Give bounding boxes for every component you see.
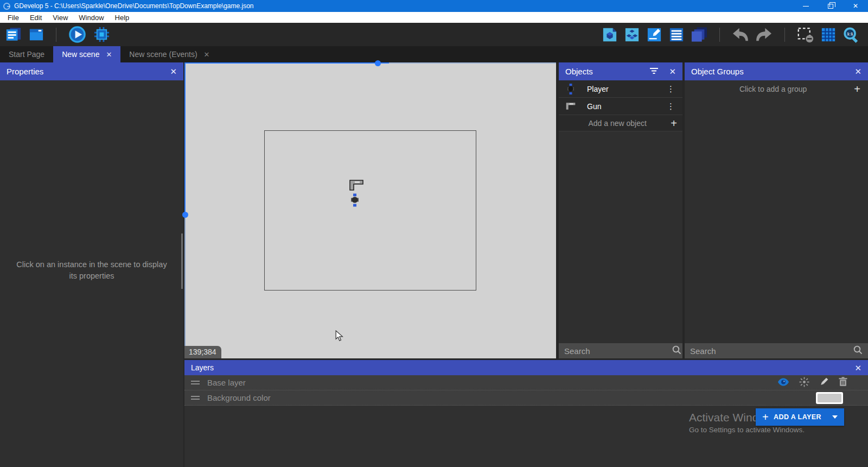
toolbar-left-group	[5, 26, 110, 43]
plus-icon: +	[762, 411, 769, 424]
restore-button[interactable]	[818, 0, 843, 12]
open-objects-editor-icon[interactable]	[602, 27, 617, 42]
scene-selection-border-left	[184, 62, 186, 218]
search-icon	[853, 345, 863, 357]
drag-handle-icon[interactable]	[191, 379, 200, 386]
properties-panel: Properties ✕ Click on an instance in the…	[0, 62, 183, 467]
minimize-button[interactable]	[793, 0, 818, 12]
menu-bar: File Edit View Window Help	[0, 12, 868, 23]
close-icon: ✕	[853, 2, 858, 10]
minimize-icon	[803, 6, 809, 7]
tab-close-icon[interactable]: ✕	[106, 51, 112, 59]
menu-view[interactable]: View	[47, 12, 73, 23]
tab-label: New scene	[62, 50, 99, 59]
grid-icon[interactable]	[821, 27, 836, 42]
menu-window[interactable]: Window	[73, 12, 109, 23]
cursor-coordinates-badge: 139;384	[184, 346, 221, 358]
window-title: GDevelop 5 - C:\Users\Sparkle\OneDrive\D…	[14, 2, 254, 10]
properties-empty-message: Click on an instance in the scene to dis…	[0, 259, 183, 282]
scene-border-top-muted	[389, 62, 556, 64]
delete-layer-trash-icon[interactable]	[839, 377, 847, 388]
object-groups-panel-title: Object Groups	[691, 67, 744, 76]
objects-panel: Objects ✕ Player ⋮ Gun ⋮ Add a new objec…	[559, 62, 682, 358]
scene-border-left-muted	[184, 218, 186, 358]
visibility-eye-icon[interactable]	[777, 378, 789, 388]
close-icon[interactable]: ✕	[669, 67, 676, 75]
objects-search-input[interactable]	[564, 346, 672, 356]
tab-new-scene[interactable]: New scene ✕	[53, 46, 120, 62]
objects-panel-title: Objects	[565, 67, 593, 76]
chevron-down-icon[interactable]	[832, 415, 838, 419]
object-groups-panel-header: Object Groups ✕	[685, 62, 868, 80]
open-layers-icon[interactable]	[691, 27, 707, 42]
close-icon[interactable]: ✕	[854, 67, 861, 75]
open-properties-icon[interactable]	[647, 27, 662, 42]
layer-effects-icon[interactable]	[799, 377, 809, 389]
close-icon[interactable]: ✕	[170, 67, 177, 75]
add-layer-label: ADD A LAYER	[774, 413, 821, 421]
debug-icon[interactable]	[93, 26, 110, 43]
properties-panel-title: Properties	[7, 67, 43, 76]
add-group-button[interactable]: Click to add a group +	[685, 80, 868, 98]
gun-instance[interactable]	[349, 180, 363, 193]
properties-scrollbar-thumb[interactable]	[181, 234, 183, 289]
clear-selection-icon[interactable]	[797, 27, 814, 43]
toolbar-right-group: 1:1	[602, 27, 863, 43]
project-manager-icon[interactable]	[5, 27, 22, 42]
tab-label: New scene (Events)	[129, 50, 197, 59]
drag-handle-icon[interactable]	[191, 394, 200, 401]
game-window-rect	[264, 130, 476, 291]
layer-name: Base layer	[207, 378, 246, 387]
objects-search-bar	[559, 343, 682, 358]
object-menu-icon[interactable]: ⋮	[665, 102, 677, 111]
objects-panel-header: Objects ✕	[559, 62, 682, 80]
tab-new-scene-events[interactable]: New scene (Events) ✕	[120, 46, 218, 62]
plus-icon: +	[854, 84, 860, 94]
object-row-player[interactable]: Player ⋮	[559, 80, 682, 98]
object-name: Player	[587, 85, 609, 93]
tab-close-icon[interactable]: ✕	[204, 51, 210, 59]
window-controls: ✕	[793, 0, 868, 12]
object-menu-icon[interactable]: ⋮	[665, 84, 677, 94]
zoom-original-icon[interactable]: 1:1	[843, 27, 859, 43]
add-new-object-button[interactable]: Add a new object +	[559, 115, 682, 131]
add-layer-button[interactable]: + ADD A LAYER	[756, 408, 844, 426]
layer-row-background-color[interactable]: Background color	[184, 390, 868, 406]
redo-icon[interactable]	[756, 27, 773, 42]
background-color-swatch[interactable]	[816, 392, 843, 404]
layers-panel: Layers ✕ Base layer	[184, 360, 868, 467]
tab-start-page[interactable]: Start Page	[0, 46, 53, 62]
resize-handle-top[interactable]	[375, 60, 381, 66]
properties-panel-header: Properties ✕	[0, 62, 183, 80]
open-object-groups-icon[interactable]	[624, 27, 640, 42]
undo-icon[interactable]	[732, 27, 749, 42]
restore-icon	[828, 4, 833, 9]
layer-row-base[interactable]: Base layer	[184, 375, 868, 390]
tab-label: Start Page	[9, 50, 44, 59]
scene-selection-border-top	[184, 62, 389, 64]
menu-help[interactable]: Help	[110, 12, 135, 23]
mouse-cursor	[335, 330, 343, 344]
resize-handle-left[interactable]	[182, 212, 188, 218]
editor-tab-bar: Start Page New scene ✕ New scene (Events…	[0, 46, 868, 62]
open-instances-list-icon[interactable]	[669, 27, 684, 42]
layers-panel-title: Layers	[191, 363, 214, 372]
add-group-label: Click to add a group	[692, 85, 854, 93]
filter-icon[interactable]	[650, 67, 658, 76]
menu-edit[interactable]: Edit	[24, 12, 47, 23]
search-icon	[672, 345, 681, 357]
groups-search-input[interactable]	[690, 346, 853, 356]
menu-file[interactable]: File	[2, 12, 24, 23]
close-icon[interactable]: ✕	[854, 364, 861, 372]
object-row-gun[interactable]: Gun ⋮	[559, 98, 682, 115]
gdevelop-logo-icon	[3, 3, 10, 10]
background-color-value	[818, 394, 841, 402]
preview-play-icon[interactable]	[68, 26, 86, 43]
edit-layer-pencil-icon[interactable]	[819, 377, 829, 388]
plus-icon: +	[671, 118, 677, 129]
player-instance[interactable]	[351, 193, 359, 209]
start-page-icon[interactable]	[29, 28, 44, 42]
gdevelop-window: GDevelop 5 - C:\Users\Sparkle\OneDrive\D…	[0, 0, 868, 467]
close-button[interactable]: ✕	[843, 0, 868, 12]
scene-canvas[interactable]: 139;384	[184, 62, 556, 358]
